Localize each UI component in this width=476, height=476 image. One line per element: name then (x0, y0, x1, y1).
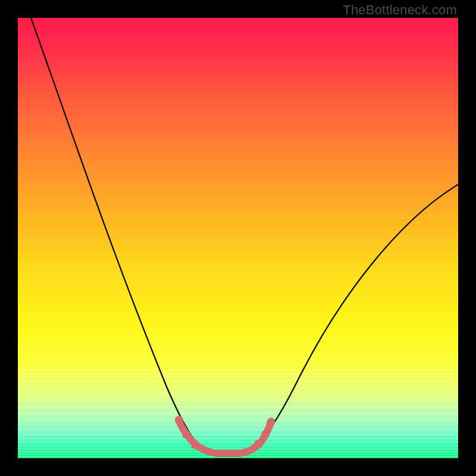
watermark-text: TheBottleneck.com (343, 2, 457, 18)
marker-dot (254, 440, 262, 448)
marker-dot (267, 418, 275, 427)
marker-dot (191, 441, 199, 449)
plot-area (18, 18, 458, 458)
marker-dot (261, 430, 270, 439)
flat-zone-marker-line (178, 420, 271, 453)
bottleneck-curve-line (31, 18, 458, 452)
marker-dot (175, 416, 183, 424)
marker-dot (182, 430, 190, 439)
chart-svg (18, 18, 458, 458)
